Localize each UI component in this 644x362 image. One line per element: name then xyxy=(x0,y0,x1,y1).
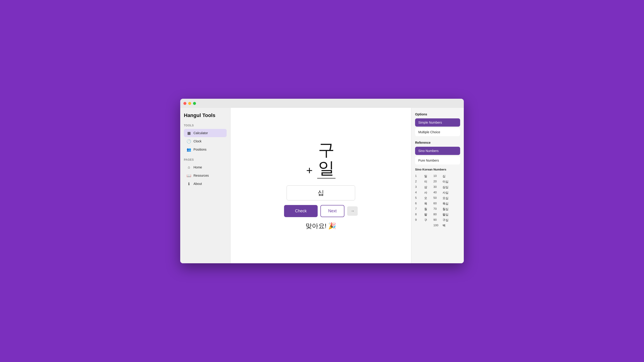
maximize-button[interactable] xyxy=(193,102,196,105)
sidebar-item-positions-label: Positions xyxy=(194,148,206,151)
quiz-area: + 구 일 Check Next → 맞아요! 🎉 xyxy=(284,141,358,230)
clock-icon: 🕐 xyxy=(186,139,191,143)
sidebar-item-home-label: Home xyxy=(194,165,202,169)
pure-numbers-option[interactable]: Pure Numbers xyxy=(415,156,460,165)
next-button[interactable]: Next xyxy=(320,205,344,217)
pages-section-label: Pages xyxy=(184,158,227,161)
titlebar xyxy=(180,99,464,108)
options-label: Options xyxy=(415,112,460,116)
calculator-icon: ▦ xyxy=(186,131,191,135)
underline-divider xyxy=(317,178,336,178)
table-row: 2 이 20 이십 xyxy=(415,179,460,184)
app-title: Hangul Tools xyxy=(184,112,227,118)
korean-char-1: 구 xyxy=(318,141,334,159)
reference-label: Reference xyxy=(415,141,460,144)
table-row: 3 삼 30 삼십 xyxy=(415,184,460,190)
table-row: 9 구 90 구십 xyxy=(415,217,460,223)
home-icon: ⌂ xyxy=(186,165,191,170)
sidebar-item-resources-label: Resources xyxy=(194,174,209,177)
minimize-button[interactable] xyxy=(188,102,191,105)
sidebar-item-clock[interactable]: 🕐 Clock xyxy=(184,137,227,145)
table-row: 8 팔 80 팔십 xyxy=(415,212,460,217)
sidebar-item-calculator-label: Calculator xyxy=(194,131,208,135)
check-button[interactable]: Check xyxy=(284,205,318,217)
equation-display: + 구 일 xyxy=(306,141,336,178)
sidebar-item-about[interactable]: ℹ About xyxy=(184,180,227,188)
table-row: 1 일 10 십 xyxy=(415,173,460,179)
sidebar-item-positions[interactable]: 👥 Positions xyxy=(184,145,227,154)
sidebar-item-calculator[interactable]: ▦ Calculator xyxy=(184,129,227,137)
close-button[interactable] xyxy=(184,102,186,105)
korean-char-2: 일 xyxy=(318,159,334,177)
plus-sign: + xyxy=(306,164,312,177)
table-row: 7 칠 70 칠십 xyxy=(415,206,460,212)
reference-section: Reference Sino Numbers Pure Numbers xyxy=(415,141,460,165)
numbers-table: Sino Korean Numbers 1 일 10 십 2 이 20 이십 3… xyxy=(415,168,460,228)
resources-icon: 📖 xyxy=(186,173,191,178)
main-content: + 구 일 Check Next → 맞아요! 🎉 xyxy=(230,108,411,263)
table-row: 4 사 40 사십 xyxy=(415,190,460,195)
table-row: 5 오 50 오십 xyxy=(415,195,460,201)
pages-nav: ⌂ Home 📖 Resources ℹ About xyxy=(184,163,227,188)
answer-input[interactable] xyxy=(286,185,355,200)
table-row: 100 백 xyxy=(415,223,460,228)
app-window: Hangul Tools Tools ▦ Calculator 🕐 Clock … xyxy=(180,99,464,263)
table-title: Sino Korean Numbers xyxy=(415,168,460,171)
number-display: 구 일 xyxy=(317,141,336,178)
tools-nav: ▦ Calculator 🕐 Clock 👥 Positions xyxy=(184,129,227,154)
success-message: 맞아요! 🎉 xyxy=(306,222,336,230)
app-body: Hangul Tools Tools ▦ Calculator 🕐 Clock … xyxy=(180,108,464,263)
right-panel: Options Simple Numbers Multiple Choice R… xyxy=(411,108,464,263)
sidebar: Hangul Tools Tools ▦ Calculator 🕐 Clock … xyxy=(180,108,230,263)
tools-section-label: Tools xyxy=(184,124,227,127)
sidebar-item-resources[interactable]: 📖 Resources xyxy=(184,171,227,180)
arrow-icon: → xyxy=(350,209,354,213)
about-icon: ℹ xyxy=(186,181,191,186)
table-row: 6 육 60 육십 xyxy=(415,201,460,206)
sidebar-item-home[interactable]: ⌂ Home xyxy=(184,163,227,171)
sidebar-item-about-label: About xyxy=(194,182,202,186)
simple-numbers-option[interactable]: Simple Numbers xyxy=(415,118,460,127)
sino-numbers-option[interactable]: Sino Numbers xyxy=(415,147,460,155)
sidebar-item-clock-label: Clock xyxy=(194,139,202,143)
arrow-button[interactable]: → xyxy=(347,206,358,216)
multiple-choice-option[interactable]: Multiple Choice xyxy=(415,128,460,136)
button-row: Check Next → xyxy=(284,205,358,217)
positions-icon: 👥 xyxy=(186,147,191,152)
